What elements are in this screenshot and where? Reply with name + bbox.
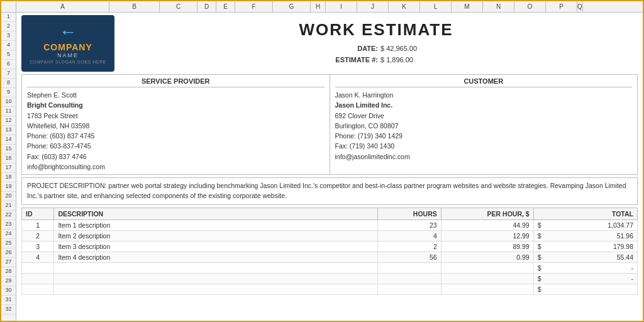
- estimate-table: ID DESCRIPTION HOURS PER HOUR, $ TOTAL 1…: [21, 208, 638, 295]
- sp-line3: 1783 Peck Street: [27, 111, 325, 121]
- total-value: 55.44: [617, 253, 633, 261]
- spreadsheet-body: 1234567891011121314151617181920212223242…: [1, 13, 643, 321]
- col-header-l: L: [420, 1, 452, 12]
- row-header-30: 30: [1, 286, 16, 296]
- dollar-sign: $: [538, 286, 541, 293]
- row-header-28: 28: [1, 267, 16, 277]
- th-id: ID: [22, 208, 54, 219]
- row-header-1: 1: [1, 13, 16, 22]
- table-row: $-: [22, 262, 638, 273]
- row-header-11: 11: [1, 107, 16, 116]
- customer-header: CUSTOMER: [335, 77, 633, 87]
- cust-line7: Fax: (719) 340 1430: [335, 141, 633, 151]
- service-provider-col: SERVICE PROVIDER Stephen E. Scott Bright…: [22, 75, 330, 174]
- logo-name: NAME: [57, 52, 79, 58]
- content-area: ← COMPANY NAME COMPANY SLOGAN GOES HERE …: [16, 13, 643, 321]
- cell-total: $51.96: [533, 230, 637, 241]
- cell-id: [22, 284, 54, 294]
- col-header-k: K: [389, 1, 420, 12]
- th-total: TOTAL: [533, 208, 637, 219]
- col-header-d: D: [197, 1, 216, 12]
- row-header-8: 8: [1, 79, 16, 88]
- row-header-21: 21: [1, 201, 16, 211]
- dollar-sign: $: [538, 253, 541, 261]
- total-value: 1,034.77: [608, 221, 633, 229]
- th-hours: HOURS: [377, 208, 441, 219]
- date-value: $ 42,965.00: [380, 43, 431, 55]
- document: ← COMPANY NAME COMPANY SLOGAN GOES HERE …: [16, 13, 643, 297]
- row-header-6: 6: [1, 60, 16, 69]
- row-header-29: 29: [1, 277, 16, 286]
- cell-hours: [377, 262, 441, 273]
- row-header-14: 14: [1, 135, 16, 145]
- cell-total: $55.44: [533, 252, 637, 262]
- cell-per-hour: [441, 262, 533, 273]
- dollar-sign: $: [538, 264, 541, 272]
- cell-id: 1: [22, 219, 54, 230]
- cell-id: [22, 262, 54, 273]
- cell-total: $-: [533, 273, 637, 284]
- table-header-row: ID DESCRIPTION HOURS PER HOUR, $ TOTAL: [22, 208, 638, 219]
- cell-description: Item 2 description: [54, 230, 377, 241]
- col-header-f: F: [235, 1, 273, 12]
- table-row: 1Item 1 description2344.99$1,034.77: [22, 219, 638, 230]
- cell-hours: 4: [377, 230, 441, 241]
- date-label: DATE:: [321, 43, 378, 55]
- cell-hours: [377, 273, 441, 284]
- document-title: WORK ESTIMATE: [114, 20, 638, 40]
- row-header-31: 31: [1, 296, 16, 305]
- dollar-sign: $: [538, 232, 541, 240]
- row-headers: 1234567891011121314151617181920212223242…: [1, 13, 16, 321]
- col-header-j: J: [357, 1, 389, 12]
- col-header-h: H: [311, 1, 326, 12]
- col-header-n: N: [483, 1, 514, 12]
- sp-line7: Fax: (603) 837 4746: [27, 152, 325, 162]
- cell-per-hour: [441, 284, 533, 294]
- table-row: $-: [22, 273, 638, 284]
- row-header-2: 2: [1, 22, 16, 31]
- row-header-18: 18: [1, 173, 16, 182]
- cell-total: $1,034.77: [533, 219, 637, 230]
- row-header-5: 5: [1, 50, 16, 60]
- cell-total: $179.98: [533, 241, 637, 252]
- row-header-9: 9: [1, 88, 16, 97]
- row-header-24: 24: [1, 230, 16, 239]
- cell-hours: 23: [377, 219, 441, 230]
- row-header-23: 23: [1, 220, 16, 230]
- cell-description: Item 1 description: [54, 219, 377, 230]
- service-provider-header: SERVICE PROVIDER: [27, 77, 325, 87]
- row-header-32: 32: [1, 305, 16, 314]
- customer-col: CUSTOMER Jason K. Harrington Jason Limit…: [330, 75, 638, 174]
- cell-description: [54, 284, 377, 294]
- cell-description: Item 4 description: [54, 252, 377, 262]
- sp-line6: Phone: 603-837-4745: [27, 141, 325, 151]
- col-header-a: A: [16, 1, 109, 12]
- row-header-10: 10: [1, 97, 16, 107]
- dollar-sign: $: [538, 275, 541, 282]
- cell-description: Item 3 description: [54, 241, 377, 252]
- cell-per-hour: [441, 273, 533, 284]
- col-header-q: Q: [577, 1, 583, 12]
- th-per-hour: PER HOUR, $: [441, 208, 533, 219]
- estimate-value: $ 1,896.00: [380, 55, 431, 66]
- cust-line1: Jason K. Harrington: [335, 90, 633, 100]
- cust-line3: 692 Clover Drive: [335, 111, 633, 121]
- dollar-sign: $: [538, 243, 541, 250]
- cell-per-hour: 0.99: [441, 252, 533, 262]
- logo-slogan: COMPANY SLOGAN GOES HERE: [30, 60, 106, 64]
- estimate-row: ESTIMATE #: $ 1,896.00: [114, 55, 638, 66]
- doc-header: ← COMPANY NAME COMPANY SLOGAN GOES HERE …: [21, 15, 638, 72]
- row-header-12: 12: [1, 116, 16, 126]
- cell-id: [22, 273, 54, 284]
- total-value: -: [631, 264, 634, 272]
- cell-total: $: [533, 284, 637, 294]
- col-header-g: G: [273, 1, 311, 12]
- dollar-sign: $: [538, 221, 541, 229]
- logo-arrow-icon: ←: [59, 23, 77, 41]
- th-description: DESCRIPTION: [54, 208, 377, 219]
- cust-line8: info@jasonlimitedinc.com: [335, 152, 633, 162]
- row-header-26: 26: [1, 248, 16, 258]
- cell-id: 3: [22, 241, 54, 252]
- total-value: 51.96: [617, 232, 633, 240]
- table-row: 2Item 2 description412.99$51.96: [22, 230, 638, 241]
